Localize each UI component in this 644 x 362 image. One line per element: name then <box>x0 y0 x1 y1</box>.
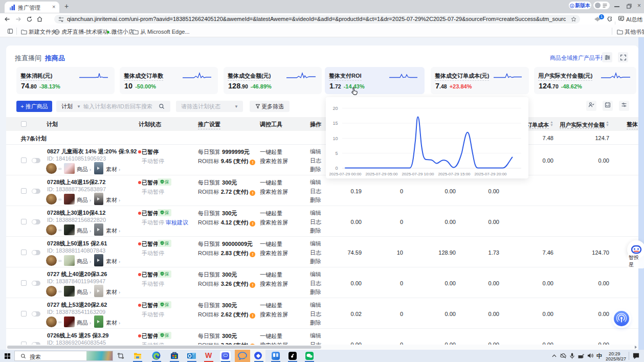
svg-text:2025-07-29 20:00: 2025-07-29 20:00 <box>474 172 507 176</box>
svg-text:15: 15 <box>332 121 338 126</box>
svg-text:5: 5 <box>335 151 338 156</box>
svg-text:2025-07-29 10:00: 2025-07-29 10:00 <box>402 172 434 176</box>
svg-text:2025-07-29 05:00: 2025-07-29 05:00 <box>365 172 398 176</box>
svg-text:2025-07-29 00:00: 2025-07-29 00:00 <box>329 172 362 176</box>
svg-text:0: 0 <box>335 166 338 171</box>
svg-text:2025-07-29 15:00: 2025-07-29 15:00 <box>438 172 471 176</box>
svg-text:10: 10 <box>332 136 338 141</box>
svg-text:20: 20 <box>332 106 338 111</box>
